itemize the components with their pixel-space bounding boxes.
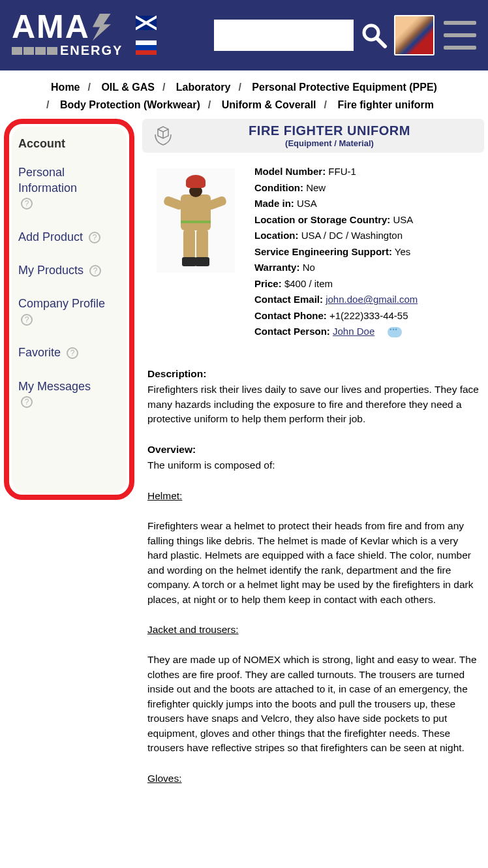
flag-uk[interactable] — [136, 16, 157, 30]
spec-label: Contact Email: — [254, 294, 323, 305]
svg-line-1 — [377, 39, 385, 46]
sidebar-item-label: Company Profile — [18, 297, 105, 310]
help-icon[interactable]: ? — [21, 314, 33, 326]
spec-value: USA / DC / Washington — [301, 230, 403, 241]
language-flags — [136, 16, 157, 55]
desc-text: Firefighters risk their lives daily to s… — [147, 382, 479, 426]
sidebar-item-label: Personal Information — [18, 166, 77, 194]
sidebar-item-label: Add Product — [18, 230, 83, 243]
spec-value: Yes — [395, 246, 410, 257]
sidebar-item-my-messages[interactable]: My Messages? — [18, 379, 120, 410]
spec-value: FFU-1 — [328, 166, 356, 177]
firefighter-figure — [166, 175, 225, 266]
specs: Model Number: FFU-1 Condition: New Made … — [254, 164, 418, 341]
desc-heading: Description: — [147, 367, 479, 381]
sidebar-item-favorite[interactable]: Favorite ? — [18, 345, 120, 360]
breadcrumb-link[interactable]: Uniform & Coverall — [214, 99, 324, 110]
help-icon[interactable]: ? — [89, 265, 101, 277]
package-icon — [150, 123, 176, 149]
spec-label: Contact Phone: — [254, 310, 327, 321]
contact-email-link[interactable]: john.doe@gmail.com — [326, 294, 418, 305]
desc-heading: Overview: — [147, 442, 479, 457]
spec-value: New — [306, 182, 326, 193]
contact-person-link[interactable]: John Doe — [333, 326, 374, 337]
search-button[interactable] — [359, 20, 389, 50]
hamburger-menu[interactable] — [444, 21, 476, 50]
content: FIRE FIGHTER UNIFORM (Equipment / Materi… — [142, 119, 484, 801]
sidebar-item-personal-info[interactable]: Personal Information? — [18, 165, 120, 211]
desc-text: The uniform is composed of: — [147, 458, 479, 473]
sidebar-item-label: My Products — [18, 264, 84, 277]
title-bar: FIRE FIGHTER UNIFORM (Equipment / Materi… — [142, 119, 484, 153]
spec-value: No — [303, 262, 315, 273]
help-icon[interactable]: ? — [21, 396, 33, 408]
bolt-icon — [93, 14, 111, 41]
flag-ru[interactable] — [136, 40, 157, 55]
logo-sub: ENERGY — [60, 43, 123, 58]
desc-text: Firefighters wear a helmet to protect th… — [147, 519, 479, 607]
spec-label: Model Number: — [254, 166, 326, 177]
breadcrumb-link[interactable]: OIL & GAS — [93, 82, 162, 93]
logo-bars — [12, 47, 57, 55]
breadcrumb-link[interactable]: Personal Protective Equipment (PPE) — [244, 82, 445, 93]
breadcrumb-link[interactable]: Home — [43, 82, 87, 93]
avatar[interactable] — [394, 15, 435, 55]
spec-value: USA — [393, 214, 414, 225]
product-image[interactable] — [157, 168, 235, 273]
spec-label: Price: — [254, 278, 282, 289]
breadcrumb-link[interactable]: Laboratory — [168, 82, 239, 93]
logo-brand: AMA — [12, 12, 90, 42]
spec-label: Location: — [254, 230, 299, 241]
breadcrumb-link[interactable]: Body Protection (Workwear) — [52, 99, 208, 110]
spec-value: $400 / item — [284, 278, 333, 289]
page-subtitle: (Equipment / Material) — [183, 138, 476, 148]
search-icon — [360, 22, 388, 49]
sidebar: Account Personal Information? Add Produc… — [12, 127, 127, 492]
spec-label: Made in: — [254, 198, 294, 209]
search-input[interactable] — [214, 20, 354, 51]
sidebar-highlight: Account Personal Information? Add Produc… — [4, 119, 134, 500]
desc-subheading: Gloves: — [147, 771, 479, 786]
logo[interactable]: AMA ENERGY — [12, 12, 123, 58]
spec-label: Warranty: — [254, 262, 299, 273]
header: AMA ENERGY — [0, 0, 488, 70]
help-icon[interactable]: ? — [89, 232, 100, 243]
desc-text: They are made up of NOMEX which is stron… — [147, 653, 479, 755]
desc-subheading: Jacket and trousers: — [147, 623, 479, 637]
help-icon[interactable]: ? — [21, 198, 33, 209]
sidebar-item-my-products[interactable]: My Products ? — [18, 263, 120, 278]
breadcrumb-link[interactable]: Fire fighter uniform — [329, 99, 442, 110]
breadcrumb: Home/ OIL & GAS/ Laboratory/ Personal Pr… — [0, 70, 488, 119]
sidebar-item-add-product[interactable]: Add Product ? — [18, 230, 120, 245]
sidebar-title: Account — [18, 137, 120, 151]
page-title: FIRE FIGHTER UNIFORM — [183, 123, 476, 138]
spec-label: Contact Person: — [254, 326, 330, 337]
sidebar-item-label: Favorite — [18, 346, 61, 359]
sidebar-item-label: My Messages — [18, 380, 91, 393]
spec-label: Service Engineering Support: — [254, 246, 392, 257]
spec-value: +1(222)333-44-55 — [329, 310, 408, 321]
spec-label: Condition: — [254, 182, 303, 193]
description-section: Description: Firefighters risk their liv… — [142, 367, 484, 786]
sidebar-item-company-profile[interactable]: Company Profile? — [18, 296, 120, 327]
help-icon[interactable]: ? — [67, 347, 78, 359]
spec-value: USA — [297, 198, 317, 209]
spec-label: Location or Storage Country: — [254, 214, 390, 225]
desc-subheading: Helmet: — [147, 489, 479, 503]
chat-icon[interactable] — [388, 327, 402, 337]
